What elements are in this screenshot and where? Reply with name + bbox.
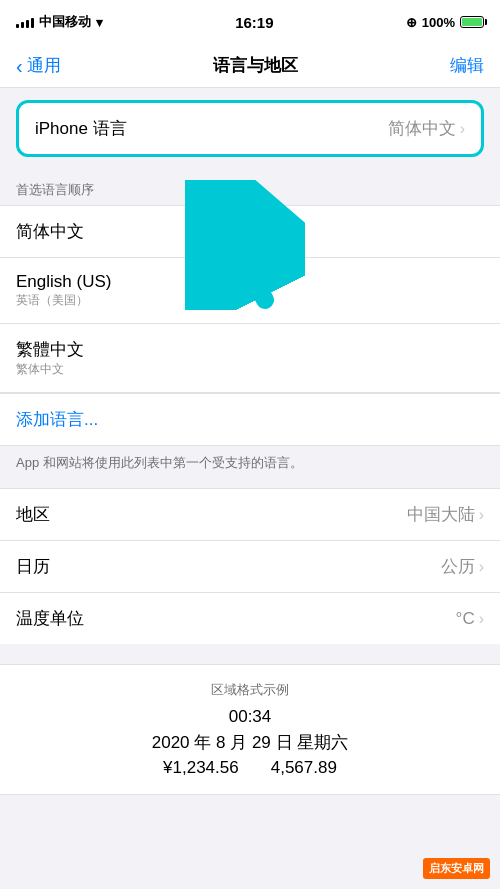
format-title: 区域格式示例 [16,681,484,699]
wifi-icon: ▾ [96,15,103,30]
battery-icon [460,16,484,28]
lang-main-1: English (US) [16,272,111,292]
edit-button[interactable]: 编辑 [450,54,484,77]
lang-main-2: 繁體中文 [16,338,84,361]
chevron-icon-1: › [479,558,484,576]
chevron-icon-2: › [479,610,484,628]
region-label-2: 温度单位 [16,607,456,630]
info-text: App 和网站将使用此列表中第一个受支持的语言。 [0,446,500,488]
region-val-text-2: °C [456,609,475,629]
region-value-0: 中国大陆 › [407,503,484,526]
status-left: 中国移动 ▾ [16,13,103,31]
iphone-language-label: iPhone 语言 [35,117,127,140]
region-value-2: °C › [456,609,484,629]
status-bar: 中国移动 ▾ 16:19 ⊕ 100% [0,0,500,44]
carrier-label: 中国移动 [39,13,91,31]
iphone-language-value: 简体中文 › [388,117,465,140]
charging-icon: ⊕ [406,15,417,30]
region-label-1: 日历 [16,555,441,578]
back-arrow-icon: ‹ [16,56,23,76]
preferred-section-header: 首选语言顺序 [0,173,500,205]
format-example: 区域格式示例 00:34 2020 年 8 月 29 日 星期六 ¥1,234.… [0,664,500,795]
status-right: ⊕ 100% [406,15,484,30]
watermark: 启东安卓网 [423,858,490,879]
region-val-text-0: 中国大陆 [407,503,475,526]
lang-main-0: 简体中文 [16,220,84,243]
back-label: 通用 [27,54,61,77]
back-button[interactable]: ‹ 通用 [16,54,61,77]
iphone-language-section[interactable]: iPhone 语言 简体中文 › [16,100,484,157]
region-label-0: 地区 [16,503,407,526]
region-val-text-1: 公历 [441,555,475,578]
region-row-2[interactable]: 温度单位 °C › [0,593,500,644]
lang-row-1[interactable]: English (US) 英语（美国） [0,258,500,324]
format-number1: ¥1,234.56 [163,758,239,778]
lang-sub-2: 繁体中文 [16,361,84,378]
region-value-1: 公历 › [441,555,484,578]
battery-percent: 100% [422,15,455,30]
format-numbers: ¥1,234.56 4,567.89 [16,758,484,778]
content: iPhone 语言 简体中文 › 首选语言顺序 简体中文 English (US… [0,88,500,807]
format-time: 00:34 [16,707,484,727]
language-list: 简体中文 English (US) 英语（美国） 繁體中文 繁体中文 添加语言.… [0,205,500,446]
chevron-icon: › [460,120,465,138]
region-section: 地区 中国大陆 › 日历 公历 › 温度单位 °C › [0,488,500,644]
format-date: 2020 年 8 月 29 日 星期六 [16,731,484,754]
lang-label-1: English (US) 英语（美国） [16,272,111,309]
iphone-language-current: 简体中文 [388,117,456,140]
format-number2: 4,567.89 [271,758,337,778]
iphone-language-row[interactable]: iPhone 语言 简体中文 › [19,103,481,154]
lang-row-0[interactable]: 简体中文 [0,206,500,258]
page-title: 语言与地区 [213,54,298,77]
signal-icon [16,16,34,28]
region-row-0[interactable]: 地区 中国大陆 › [0,489,500,541]
lang-label-0: 简体中文 [16,220,84,243]
lang-sub-1: 英语（美国） [16,292,111,309]
region-row-1[interactable]: 日历 公历 › [0,541,500,593]
lang-label-2: 繁體中文 繁体中文 [16,338,84,378]
lang-row-2[interactable]: 繁體中文 繁体中文 [0,324,500,393]
add-language-button[interactable]: 添加语言... [0,393,500,446]
chevron-icon-0: › [479,506,484,524]
status-time: 16:19 [235,14,273,31]
nav-bar: ‹ 通用 语言与地区 编辑 [0,44,500,88]
